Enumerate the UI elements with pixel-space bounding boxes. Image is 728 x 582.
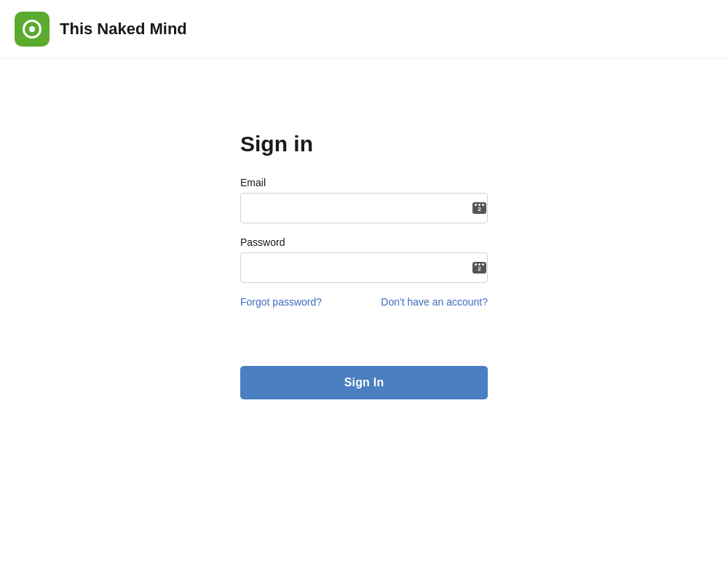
- logo-circle: [23, 20, 41, 39]
- password-input-wrapper: 2: [240, 252, 488, 283]
- email-input-wrapper: 2: [240, 193, 488, 223]
- email-badge-count: 2: [478, 207, 480, 212]
- sign-in-heading: Sign in: [240, 132, 488, 156]
- sign-in-form: Sign in Email 2 Password: [240, 132, 488, 399]
- email-label: Email: [240, 177, 488, 188]
- email-form-group: Email 2: [240, 177, 488, 223]
- sign-in-button[interactable]: Sign In: [240, 366, 488, 399]
- email-input[interactable]: [240, 193, 488, 223]
- password-badge-count: 2: [478, 266, 480, 272]
- password-input[interactable]: [240, 252, 488, 283]
- app-title: This Naked Mind: [60, 20, 187, 39]
- email-password-manager-badge[interactable]: 2: [472, 202, 486, 214]
- password-password-manager-badge[interactable]: 2: [472, 262, 486, 274]
- main-content: Sign in Email 2 Password: [0, 59, 728, 399]
- register-link[interactable]: Don't have an account?: [381, 296, 488, 308]
- password-label: Password: [240, 236, 488, 248]
- links-row: Forgot password? Don't have an account?: [240, 296, 488, 308]
- password-form-group: Password 2: [240, 236, 488, 283]
- app-header: This Naked Mind: [0, 0, 728, 59]
- app-logo: [15, 12, 50, 47]
- forgot-password-link[interactable]: Forgot password?: [240, 296, 322, 308]
